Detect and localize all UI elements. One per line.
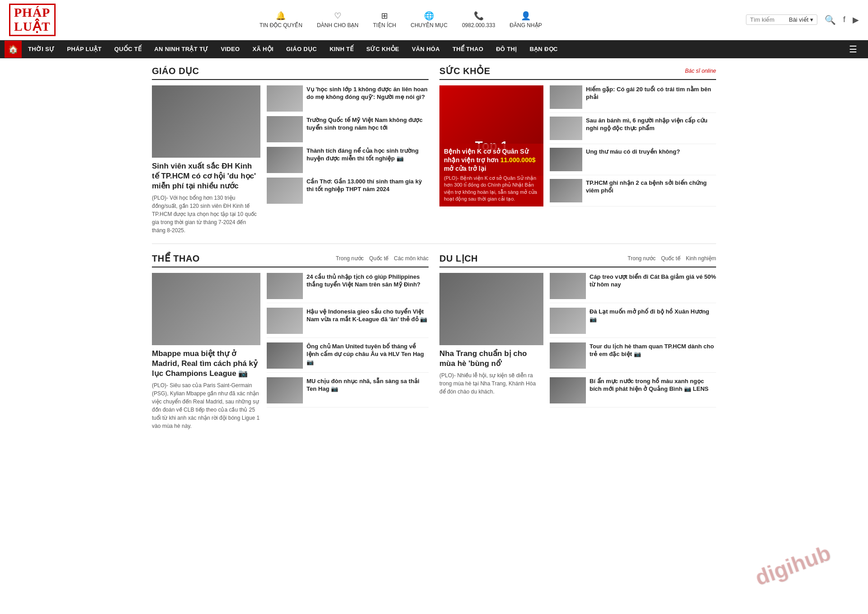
navbar-item-kinh-te[interactable]: KINH TẾ — [323, 41, 360, 57]
site-logo[interactable]: PHÁP LUẬT — [9, 4, 56, 36]
list-item[interactable]: Đà Lạt muốn mở phố đi bộ hồ Xuân Hương 📷 — [550, 308, 716, 338]
nav-label: ĐĂNG NHẬP — [509, 22, 542, 28]
user-icon: 👤 — [521, 11, 531, 21]
navbar-home-button[interactable]: 🏠 — [5, 41, 22, 58]
navbar: 🏠 THỜI SỰ PHÁP LUẬT QUỐC TẾ AN NINH TRẬT… — [0, 40, 868, 58]
travel-side-image — [550, 342, 586, 369]
edu-main-desc: (PLO)- Với học bổng hơn 130 triệu đồng/s… — [152, 194, 260, 234]
link-trong-nuoc[interactable]: Trong nước — [627, 255, 656, 262]
navbar-item-giao-duc[interactable]: GIÁO DỤC — [280, 41, 323, 57]
nav-phone[interactable]: 📞 0982.000.333 — [462, 11, 495, 28]
nav-dang-nhap[interactable]: 👤 ĐĂNG NHẬP — [509, 11, 542, 28]
main-content: GIÁO DỤC Sinh viên xuất sắc ĐH Kinh tế T… — [145, 58, 723, 438]
list-item[interactable]: TP.HCM ghi nhận 2 ca bệnh sởi biến chứng… — [550, 179, 716, 206]
header-top: PHÁP LUẬT 🔔 TIN ĐỘC QUYỀN ♡ DÀNH CHO BẠN… — [0, 0, 868, 40]
health-side-title: Ung thư máu có di truyền không? — [586, 148, 680, 156]
du-lich-heading[interactable]: DU LỊCH — [439, 253, 478, 264]
navbar-item-suc-khoe[interactable]: SỨC KHỎE — [360, 41, 406, 57]
navbar-item-do-thi[interactable]: ĐÔ THỊ — [490, 41, 523, 57]
list-item[interactable]: Ông chủ Man United tuyên bố tháng về lện… — [267, 342, 429, 373]
edu-side-title: Trường Quốc tế Mỹ Việt Nam không được tu… — [307, 116, 429, 132]
nav-label: TIN ĐỘC QUYỀN — [259, 22, 302, 28]
nav-chuyen-muc[interactable]: 🌐 CHUYÊN MỤC — [410, 11, 448, 28]
list-item[interactable]: Vụ 'học sinh lớp 1 không được ăn liên ho… — [267, 85, 429, 112]
sports-side-image — [267, 377, 303, 403]
health-side-title: Hiếm gặp: Có gái 20 tuổi có trái tim nằm… — [586, 85, 716, 101]
list-item[interactable]: MU chịu đòn nhục nhã, sẵn sàng sa thải T… — [267, 377, 429, 408]
link-quoc-te[interactable]: Quốc tế — [369, 255, 389, 262]
the-thao-heading[interactable]: THỂ THAO — [152, 253, 200, 264]
list-item[interactable]: Ung thư máu có di truyền không? — [550, 148, 716, 175]
travel-side-title: Tour du lịch hè tham quan TP.HCM dành ch… — [590, 342, 716, 358]
list-item[interactable]: Thành tích đáng nể của học sinh trường h… — [267, 147, 429, 173]
bac-si-online-link[interactable]: Bác sĩ online — [685, 68, 716, 74]
navbar-item-van-hoa[interactable]: VĂN HÓA — [406, 41, 446, 57]
the-thao-sub-links: Trong nước Quốc tế Các môn khác — [336, 255, 429, 262]
sports-main-title: Mbappe mua biệt thự ở Madrid, Real tìm c… — [152, 349, 260, 379]
nav-label: 0982.000.333 — [462, 22, 495, 28]
suc-khoe-heading-row: SỨC KHỎE Bác sĩ online — [439, 66, 716, 80]
edu-side-title: Vụ 'học sinh lớp 1 không được ăn liên ho… — [307, 85, 429, 101]
the-thao-heading-row: THỂ THAO Trong nước Quốc tế Các môn khác — [152, 253, 429, 267]
phone-icon: 📞 — [474, 11, 484, 21]
navbar-item-quoc-te[interactable]: QUỐC TẾ — [108, 41, 148, 57]
list-item[interactable]: Hiếm gặp: Có gái 20 tuổi có trái tim nằm… — [550, 85, 716, 113]
list-item[interactable]: Sau ăn bánh mì, 6 người nhập viện cấp cứ… — [550, 117, 716, 144]
search-input[interactable] — [750, 16, 786, 23]
edu-side-title: Cần Thơ: Gần 13.000 thí sinh tham gia kỳ… — [307, 178, 429, 193]
health-main-article[interactable]: Top 1 Bệnh viện K cơ sở Quân Sử nhận việ… — [439, 85, 543, 206]
navbar-item-xa-hoi[interactable]: XÃ HỘI — [246, 41, 279, 57]
du-lich-section: DU LỊCH Trong nước Quốc tế Kinh nghiệm N… — [439, 253, 716, 430]
navbar-menu-icon[interactable]: ☰ — [843, 40, 863, 58]
navbar-item-ban-doc[interactable]: BẠN ĐỌC — [523, 41, 564, 57]
list-item[interactable]: Cần Thơ: Gần 13.000 thí sinh tham gia kỳ… — [267, 178, 429, 204]
travel-layout: Nha Trang chuẩn bị cho mùa hè 'bùng nổ' … — [439, 273, 716, 408]
navbar-item-phap-luat[interactable]: PHÁP LUẬT — [61, 41, 108, 57]
travel-main-image — [439, 273, 543, 345]
travel-main-article[interactable]: Nha Trang chuẩn bị cho mùa hè 'bùng nổ' … — [439, 273, 543, 408]
link-cac-mon-khac[interactable]: Các môn khác — [394, 255, 429, 262]
sports-main-image — [152, 273, 260, 345]
list-item[interactable]: Bí ẩn mực nước trong hồ màu xanh ngọc bí… — [550, 377, 716, 408]
sports-main-article[interactable]: Mbappe mua biệt thự ở Madrid, Real tìm c… — [152, 273, 260, 430]
lang-select[interactable]: Bài viết ▾ — [789, 16, 813, 23]
edu-side-title: Thành tích đáng nể của học sinh trường h… — [307, 147, 429, 163]
giao-duc-heading[interactable]: GIÁO DỤC — [152, 66, 429, 80]
edu-main-title: Sinh viên xuất sắc ĐH Kinh tế TP.HCM có … — [152, 161, 260, 191]
health-side-list: Hiếm gặp: Có gái 20 tuổi có trái tim nằm… — [550, 85, 716, 206]
sports-side-image — [267, 273, 303, 299]
navbar-item-an-ninh[interactable]: AN NINH TRẬT TỰ — [148, 41, 214, 57]
travel-main-desc: (PLO)- Nhiều lễ hội, sự kiện sẽ diễn ra … — [439, 371, 543, 396]
nav-label: TIỆN ÍCH — [373, 22, 396, 28]
travel-side-title: Bí ẩn mực nước trong hồ màu xanh ngọc bí… — [590, 377, 716, 393]
nav-danh-cho-ban[interactable]: ♡ DÀNH CHO BẠN — [317, 11, 359, 28]
edu-layout: Sinh viên xuất sắc ĐH Kinh tế TP.HCM có … — [152, 85, 429, 234]
list-item[interactable]: Trường Quốc tế Mỹ Việt Nam không được tu… — [267, 116, 429, 142]
navbar-item-the-thao[interactable]: THỂ THAO — [446, 41, 490, 57]
youtube-icon[interactable]: ▶ — [853, 15, 859, 25]
link-trong-nuoc[interactable]: Trong nước — [336, 255, 364, 262]
sports-side-image — [267, 308, 303, 334]
navbar-item-thoi-su[interactable]: THỜI SỰ — [22, 41, 61, 57]
edu-main-article[interactable]: Sinh viên xuất sắc ĐH Kinh tế TP.HCM có … — [152, 85, 260, 234]
edu-side-image — [267, 178, 303, 204]
search-box[interactable]: Bài viết ▾ — [746, 14, 817, 25]
giao-duc-section: GIÁO DỤC Sinh viên xuất sắc ĐH Kinh tế T… — [152, 66, 429, 234]
list-item[interactable]: Cáp treo vượt biển đi Cát Bà giảm giá vé… — [550, 273, 716, 303]
nav-tin-doc-quyen[interactable]: 🔔 TIN ĐỘC QUYỀN — [259, 11, 302, 28]
suc-khoe-heading[interactable]: SỨC KHỎE — [439, 66, 491, 76]
health-layout: Top 1 Bệnh viện K cơ sở Quân Sử nhận việ… — [439, 85, 716, 206]
link-quoc-te[interactable]: Quốc tế — [661, 255, 680, 262]
health-side-title: Sau ăn bánh mì, 6 người nhập viện cấp cứ… — [586, 117, 716, 132]
list-item[interactable]: 24 cầu thủ nhập tịch có giúp Philippines… — [267, 273, 429, 303]
sports-layout: Mbappe mua biệt thự ở Madrid, Real tìm c… — [152, 273, 429, 430]
link-kinh-nghiem[interactable]: Kinh nghiệm — [686, 255, 716, 262]
navbar-item-video[interactable]: VIDEO — [214, 41, 246, 57]
facebook-icon[interactable]: f — [843, 15, 845, 24]
search-icon[interactable]: 🔍 — [825, 14, 836, 25]
health-side-image — [550, 85, 582, 109]
list-item[interactable]: Hậu vệ Indonesia gieo sầu cho tuyển Việt… — [267, 308, 429, 338]
nav-tien-ich[interactable]: ⊞ TIỆN ÍCH — [373, 11, 396, 28]
du-lich-sub-links: Trong nước Quốc tế Kinh nghiệm — [627, 255, 716, 262]
list-item[interactable]: Tour du lịch hè tham quan TP.HCM dành ch… — [550, 342, 716, 373]
